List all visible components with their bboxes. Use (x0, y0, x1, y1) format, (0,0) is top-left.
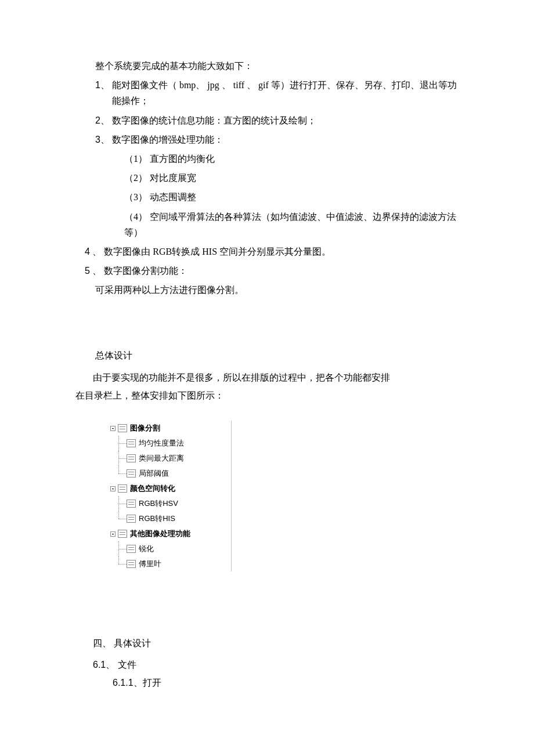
item-icon (127, 560, 136, 568)
item-icon (127, 454, 136, 462)
tree-branch-icon (110, 451, 127, 466)
collapse-icon[interactable]: - (110, 486, 116, 491)
tree-leaf-sharpen[interactable]: 锐化 (110, 541, 231, 556)
overall-para-line2: 在目录栏上，整体安排如下图所示： (75, 388, 459, 403)
tree-node-image-segmentation[interactable]: - 图像分割 (110, 421, 231, 436)
item-icon (127, 469, 136, 478)
sub-text: 动态围调整 (147, 192, 196, 202)
feature-item-1: 1、 能对图像文件（ bmp、 jpg 、 tiff 、 gif 等）进行打开、… (95, 77, 459, 108)
tree-branch-icon (110, 511, 127, 526)
section-4-title: 四、 具体设计 (93, 635, 459, 651)
tree-label: 类间最大距离 (139, 452, 184, 465)
tree-branch-icon (110, 466, 127, 481)
tree-branch-icon (110, 541, 127, 556)
folder-icon (118, 484, 127, 493)
sub-num: （2） (124, 173, 147, 183)
tree-branch-icon (110, 496, 127, 511)
item-icon (127, 500, 136, 508)
tree-branch-icon (110, 556, 127, 571)
feature-item-2: 2、 数字图像的统计信息功能：直方图的统计及绘制； (95, 113, 459, 128)
tree-label: 其他图像处理功能 (130, 527, 190, 540)
tree-label: 锐化 (139, 542, 154, 555)
overall-design-title: 总体设计 (75, 348, 459, 363)
tree-leaf-localthreshold[interactable]: 局部阈值 (110, 466, 231, 481)
after-item5: 可采用两种以上方法进行图像分割。 (75, 282, 459, 298)
sub-num: （1） (124, 154, 147, 164)
tree-node-other[interactable]: - 其他图像处理功能 (110, 526, 231, 541)
item-text: 数字图像分割功能： (104, 263, 459, 278)
menu-tree: - 图像分割 均匀性度量法 类间最大距离 局部阈值 - 颜色空间转化 (110, 421, 232, 571)
feature-item-5: 5 、 数字图像分割功能： (85, 263, 459, 278)
sub-text: 对比度展宽 (147, 173, 196, 183)
heading-text: 6.1.1、打开 (113, 678, 161, 688)
sub-text: 直方图的均衡化 (147, 154, 215, 164)
tree-label: 均匀性度量法 (139, 437, 184, 450)
item-number: 4 、 (85, 244, 102, 259)
item-text: 能对图像文件（ bmp、 jpg 、 tiff 、 gif 等）进行打开、保存、… (112, 77, 459, 108)
tree-label: 颜色空间转化 (130, 482, 175, 495)
tree-leaf-uniformity[interactable]: 均匀性度量法 (110, 436, 231, 451)
feature-item-4: 4 、 数字图像由 RGB转换成 HIS 空间并分别显示其分量图。 (85, 244, 459, 259)
item-number: 2、 (95, 113, 110, 128)
tree-label: 图像分割 (130, 422, 160, 435)
sub-item-1: （1） 直方图的均衡化 (124, 151, 459, 167)
item-number: 3、 (95, 132, 110, 147)
item-icon (127, 515, 136, 523)
intro-line: 整个系统要完成的基本功能大致如下： (75, 58, 459, 74)
tree-branch-icon (110, 436, 127, 451)
sub-num: （4） (124, 212, 147, 222)
tree-label: RGB转HIS (139, 512, 175, 525)
folder-icon (118, 530, 127, 538)
tree-leaf-rgb2his[interactable]: RGB转HIS (110, 511, 231, 526)
feature-item-3: 3、 数字图像的增强处理功能： (95, 132, 459, 147)
section-6-1-1-title: 6.1.1、打开 (113, 675, 459, 690)
tree-leaf-rgb2hsv[interactable]: RGB转HSV (110, 496, 231, 511)
sub-text: 空间域平滑算法的各种算法（如均值滤波、中值滤波、边界保持的滤波方法等） (124, 212, 456, 237)
item-number: 1、 (95, 77, 110, 108)
item-text: 数字图像由 RGB转换成 HIS 空间并分别显示其分量图。 (104, 244, 459, 259)
sub-feature-list: （1） 直方图的均衡化 （2） 对比度展宽 （3） 动态围调整 （4） 空间域平… (95, 151, 459, 240)
item-icon (127, 439, 136, 447)
overall-para-line1: 由于要实现的功能并不是很多，所以在排版的过程中，把各个功能都安排 (75, 370, 459, 385)
item-number: 5 、 (85, 263, 102, 278)
document-page: 整个系统要完成的基本功能大致如下： 1、 能对图像文件（ bmp、 jpg 、 … (0, 0, 534, 756)
item-text: 数字图像的统计信息功能：直方图的统计及绘制； (112, 113, 459, 128)
tree-leaf-fourier[interactable]: 傅里叶 (110, 556, 231, 571)
heading-text: 6.1、 文件 (93, 660, 136, 670)
collapse-icon[interactable]: - (110, 426, 116, 431)
sub-item-2: （2） 对比度展宽 (124, 170, 459, 186)
tree-node-colorspace[interactable]: - 颜色空间转化 (110, 481, 231, 496)
collapse-icon[interactable]: - (110, 531, 116, 537)
sub-item-4: （4） 空间域平滑算法的各种算法（如均值滤波、中值滤波、边界保持的滤波方法等） (124, 209, 459, 240)
item-text: 数字图像的增强处理功能： (112, 132, 459, 147)
tree-leaf-maxdistance[interactable]: 类间最大距离 (110, 451, 231, 466)
tree-label: 局部阈值 (139, 467, 169, 480)
section-6-1-title: 6.1、 文件 (93, 657, 459, 672)
tree-label: 傅里叶 (139, 558, 161, 570)
sub-num: （3） (124, 192, 147, 202)
folder-icon (118, 424, 127, 432)
sub-item-3: （3） 动态围调整 (124, 189, 459, 205)
item-icon (127, 545, 136, 553)
tree-label: RGB转HSV (139, 497, 178, 510)
